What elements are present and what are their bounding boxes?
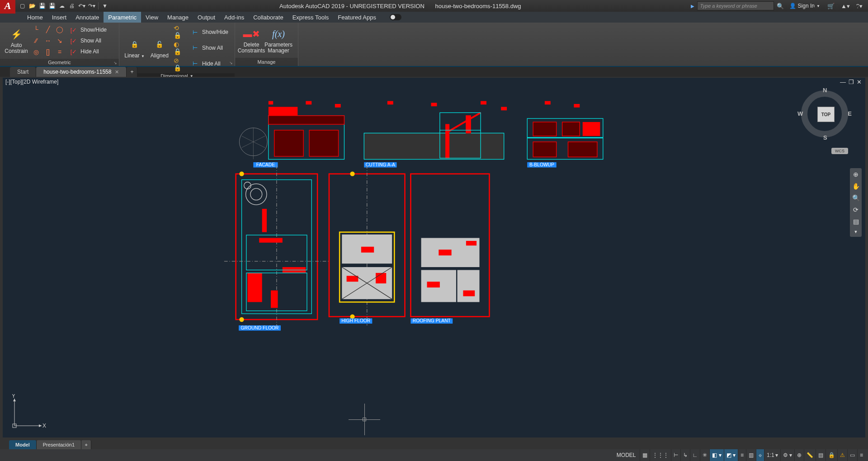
tab-collaborate[interactable]: Collaborate <box>249 12 288 23</box>
app-menu-button[interactable] <box>0 0 15 14</box>
coincident-icon[interactable]: └ <box>32 26 41 33</box>
status-annoscale-icon[interactable]: 1:1 ▾ <box>764 449 780 461</box>
drawing-canvas[interactable]: FACADE CUTTING A-A B-BLOWUP <box>3 78 865 422</box>
dim-showall-button[interactable]: ⊢Show All <box>189 42 230 53</box>
dim-showhide-button[interactable]: ⊢Show/Hide <box>189 27 230 38</box>
svg-rect-28 <box>583 122 600 136</box>
ucs-icon[interactable]: X Y <box>10 394 46 430</box>
svg-point-61 <box>350 172 354 176</box>
status-annomonitor-icon[interactable]: ⊕ <box>794 449 804 461</box>
status-quickprops-icon[interactable]: ▤ <box>816 449 826 461</box>
tab-model[interactable]: Model <box>9 440 37 449</box>
qat-open-icon[interactable]: 📂 <box>28 1 37 10</box>
auto-constrain-button[interactable]: ⚡ Auto Constrain <box>3 24 30 58</box>
dim-radius-icon[interactable]: ◐🔒 <box>174 41 186 55</box>
maximize-button[interactable]: ☐ <box>826 0 847 14</box>
tab-manage[interactable]: Manage <box>163 12 193 23</box>
geo-showhide-button[interactable]: [✓Show/Hide <box>68 24 108 35</box>
status-infer-icon[interactable]: ⊢ <box>671 449 680 461</box>
panel-dimensional: 🔒 Linear ▼ 🔓 Aligned ⟲🔒 ◐🔒 ⊘🔒 ⊢Show/Hide… <box>119 23 235 66</box>
panel-launcher-icon[interactable]: ↘ <box>113 61 117 65</box>
ribbon-toggle[interactable] <box>390 14 401 20</box>
nav-collapse-icon[interactable]: ▼ <box>854 230 858 234</box>
tab-layout1[interactable]: Presentación1 <box>37 440 81 449</box>
status-cleanscreen-icon[interactable]: ▭ <box>847 449 857 461</box>
nav-showmotion-icon[interactable]: ▤ <box>853 218 859 225</box>
tab-addins[interactable]: Add-ins <box>220 12 249 23</box>
geo-hideall-button[interactable]: [✓Hide All <box>68 46 108 57</box>
status-lwt-icon[interactable]: ≡ <box>738 449 746 461</box>
tab-view[interactable]: View <box>141 12 163 23</box>
svg-rect-20 <box>431 103 437 106</box>
tab-parametric[interactable]: Parametric <box>104 12 141 23</box>
status-selection-cycle-icon[interactable]: ⟐ <box>756 449 764 461</box>
status-units-icon[interactable]: 📏 <box>804 449 816 461</box>
parallel-icon[interactable]: ⁄⁄ <box>32 37 41 44</box>
tab-output[interactable]: Output <box>193 12 220 23</box>
status-polar-icon[interactable]: ✳ <box>700 449 709 461</box>
close-button[interactable]: ✕ <box>847 0 868 14</box>
nav-wheel-icon[interactable]: ⊕ <box>853 171 859 178</box>
close-icon[interactable]: ✕ <box>115 69 119 75</box>
status-transparency-icon[interactable]: ▥ <box>746 449 756 461</box>
dim-angular-icon[interactable]: ⟲🔒 <box>174 24 186 39</box>
status-grid-icon[interactable]: ▦ <box>640 449 650 461</box>
search-input[interactable]: Type a keyword or phrase <box>697 1 774 10</box>
perpendicular-icon[interactable]: ╱ <box>43 26 52 33</box>
nav-pan-icon[interactable]: ✋ <box>852 183 860 190</box>
viewcube-top[interactable]: TOP <box>817 107 835 122</box>
status-dyninput-icon[interactable]: ↳ <box>680 449 690 461</box>
dim-hideall-button[interactable]: ⊢Hide All <box>189 58 230 69</box>
search-icon[interactable]: 🔍 <box>777 3 784 9</box>
ribbon: ⚡ Auto Constrain └╱◯ ⁄⁄↔↘ ◎[]= [✓Show/Hi… <box>0 23 868 67</box>
qat-web-icon[interactable]: ☁ <box>57 1 66 10</box>
qat-redo-icon[interactable]: ↷▾ <box>87 1 96 10</box>
status-workspace-icon[interactable]: ⚙ ▾ <box>780 449 794 461</box>
nav-zoom-icon[interactable]: 🔍 <box>852 194 860 202</box>
tab-home[interactable]: Home <box>23 12 47 23</box>
qat-save-icon[interactable]: 💾 <box>38 1 47 10</box>
tab-add-layout[interactable]: + <box>81 440 91 449</box>
wcs-badge[interactable]: WCS <box>831 148 848 154</box>
aligned-button[interactable]: 🔓 Aligned <box>147 24 172 72</box>
user-icon: 👤 <box>789 3 796 9</box>
dim-diameter-icon[interactable]: ⊘🔒 <box>174 57 186 71</box>
viewcube[interactable]: TOP N S W E <box>797 87 852 141</box>
status-customize-icon[interactable]: ≡ <box>857 449 865 461</box>
status-ortho-icon[interactable]: ∟ <box>690 449 700 461</box>
status-isolate-icon[interactable]: ⚠ <box>837 449 847 461</box>
file-tab-new-button[interactable]: + <box>127 67 137 77</box>
file-tab-drawing[interactable]: house-two-bedrooms-11558 ✕ <box>36 67 127 77</box>
svg-rect-71 <box>466 241 476 245</box>
status-snap-icon[interactable]: ⋮⋮⋮ <box>650 449 671 461</box>
minimize-button[interactable]: — <box>806 0 826 14</box>
symmetric-icon[interactable]: [] <box>43 48 52 56</box>
horizontal-icon[interactable]: ↔ <box>43 37 52 44</box>
linear-button[interactable]: 🔒 Linear ▼ <box>122 24 147 72</box>
concentric-icon[interactable]: ◎ <box>32 48 41 56</box>
qat-undo-icon[interactable]: ↶▾ <box>77 1 86 10</box>
qat-saveas-icon[interactable]: 💾 <box>47 1 57 10</box>
delete-constraints-button[interactable]: ▬✖ Delete Constraints <box>238 24 265 57</box>
collinear-icon[interactable]: ↘ <box>55 37 64 44</box>
nav-orbit-icon[interactable]: ⟳ <box>853 206 859 213</box>
parameters-manager-button[interactable]: f(x) Parameters Manager <box>265 24 292 57</box>
status-lockui-icon[interactable]: 🔒 <box>826 449 837 461</box>
geo-showall-button[interactable]: [✓Show All <box>68 35 108 46</box>
drawing-area[interactable]: [-][Top][2D Wireframe] — ❐ ✕ FACADE <box>0 77 868 440</box>
tab-annotate[interactable]: Annotate <box>71 12 104 23</box>
status-isodraft-icon[interactable]: ◧ ▾ <box>709 449 723 461</box>
tab-featured-apps[interactable]: Featured Apps <box>333 12 381 23</box>
file-tab-start[interactable]: Start <box>10 67 36 77</box>
panel-launcher-icon[interactable]: ↘ <box>229 61 233 65</box>
tangent-icon[interactable]: ◯ <box>55 26 64 33</box>
qat-plot-icon[interactable]: 🖨 <box>67 1 76 10</box>
qat-new-icon[interactable]: ▢ <box>18 1 27 10</box>
status-osnap-icon[interactable]: ◩ ▾ <box>724 449 738 461</box>
equal-icon[interactable]: = <box>55 48 64 56</box>
svg-point-48 <box>239 172 244 176</box>
status-model[interactable]: MODEL <box>613 452 640 458</box>
tab-express-tools[interactable]: Express Tools <box>288 12 334 23</box>
tab-insert[interactable]: Insert <box>47 12 71 23</box>
qat-dropdown-icon[interactable]: ▼ <box>100 1 109 10</box>
